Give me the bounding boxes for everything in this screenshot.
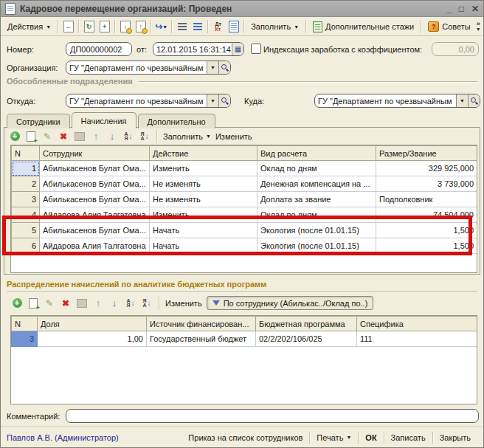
print-button[interactable]: Печать ▼: [310, 427, 358, 447]
row-n-cell[interactable]: 3: [12, 331, 38, 347]
sort-desc-button[interactable]: ЯА↓: [141, 297, 153, 309]
to-input[interactable]: ГУ "Департамент по чрезвычайным ▼: [314, 94, 480, 108]
reread-button[interactable]: ←: [61, 20, 75, 34]
calc-type-cell[interactable]: Доплата за звание: [257, 192, 376, 207]
post-document-button[interactable]: ↓: [118, 20, 132, 34]
specifics-cell[interactable]: 111: [357, 331, 477, 347]
minimize-button[interactable]: _: [446, 4, 452, 14]
actions-button[interactable]: Действия ▼: [4, 21, 55, 32]
row-n-cell[interactable]: 1: [12, 161, 40, 176]
move-down-button[interactable]: ↓: [106, 131, 118, 142]
employee-cell[interactable]: Айдарова Алия Талгатовна: [40, 238, 150, 254]
program-cell[interactable]: 02/2/202/106/025: [256, 331, 357, 347]
column-header-n[interactable]: N: [12, 317, 38, 331]
calc-type-cell[interactable]: Экология (после 01.01.15): [257, 223, 376, 238]
sort-asc-button[interactable]: АЯ↓: [122, 131, 134, 142]
row-n-cell[interactable]: 2: [12, 176, 40, 192]
employee-cell[interactable]: Айдарова Алия Талгатовна: [40, 207, 150, 223]
action-cell[interactable]: Изменить: [150, 161, 257, 176]
calc-type-cell[interactable]: Экология (после 01.01.15): [257, 238, 376, 254]
amount-cell[interactable]: 3 739,000: [376, 176, 477, 192]
employee-cell[interactable]: Абилькасенов Булат Ома...: [40, 223, 150, 238]
amount-cell[interactable]: 329 925,000: [376, 161, 477, 176]
column-header-source[interactable]: Источник финансирован...: [147, 317, 256, 331]
from-input[interactable]: ГУ "Департамент по чрезвычайным ▼: [66, 94, 231, 108]
sort-asc-button[interactable]: АЯ↓: [125, 297, 136, 309]
dropdown-button[interactable]: ▼: [456, 94, 468, 107]
column-header-employee[interactable]: Сотрудник: [40, 146, 150, 161]
refresh-button[interactable]: ↻: [82, 20, 96, 34]
save-button[interactable]: Записать: [384, 427, 432, 447]
delete-row-button[interactable]: ✖: [60, 297, 72, 309]
dropdown-button[interactable]: ▼: [207, 61, 218, 74]
amount-cell[interactable]: 74 504,000: [376, 207, 477, 223]
column-header-calc-type[interactable]: Вид расчета: [257, 146, 376, 161]
calc-type-cell[interactable]: Оклад по дням: [257, 207, 376, 223]
unpost-document-button[interactable]: ↑: [134, 20, 148, 34]
maximize-button[interactable]: □: [459, 4, 464, 14]
tab-employees[interactable]: Сотрудники: [7, 114, 70, 128]
move-down-button[interactable]: ↓: [108, 297, 120, 309]
filter-by-employee-toggle[interactable]: По сотруднику (Абилькас../Оклад по..): [207, 296, 374, 310]
action-cell[interactable]: Не изменять: [150, 176, 257, 192]
amount-cell[interactable]: 1,500: [376, 238, 477, 254]
calc-type-cell[interactable]: Оклад по дням: [257, 161, 376, 176]
action-cell[interactable]: Начать: [150, 223, 257, 238]
row-n-cell[interactable]: 4: [12, 207, 40, 223]
row-n-cell[interactable]: 5: [12, 223, 40, 238]
lookup-button[interactable]: [218, 94, 230, 107]
row-n-cell[interactable]: 3: [12, 192, 40, 207]
action-cell[interactable]: Начать: [150, 238, 257, 254]
column-header-specifics[interactable]: Специфика: [357, 317, 477, 331]
employee-list-order-button[interactable]: Приказ на список сотрудников: [182, 427, 309, 447]
accruals-change-button[interactable]: Изменить: [215, 132, 252, 141]
list-settings-button[interactable]: [190, 20, 204, 34]
tab-additional[interactable]: Дополнительно: [138, 114, 215, 128]
ok-button[interactable]: ОК: [359, 427, 383, 447]
column-header-amount[interactable]: Размер/Звание: [376, 146, 477, 161]
share-cell[interactable]: 1,00: [38, 331, 147, 347]
edit-row-button[interactable]: ✎: [41, 131, 53, 142]
copy-row-button[interactable]: [27, 297, 39, 309]
structure-button[interactable]: [175, 20, 189, 34]
amount-cell[interactable]: 1,500: [376, 223, 477, 238]
organization-input[interactable]: ГУ "Департамент по чрезвычайным ▼: [66, 61, 231, 75]
row-n-cell[interactable]: 6: [12, 238, 40, 254]
employee-cell[interactable]: Абилькасенов Булат Ома...: [40, 192, 150, 207]
column-header-program[interactable]: Бюджетная программа: [256, 317, 357, 331]
column-header-action[interactable]: Действие: [150, 146, 257, 161]
toolbar-overflow-button[interactable]: »▼: [476, 21, 483, 32]
add-row-button[interactable]: +: [11, 297, 23, 309]
action-cell[interactable]: Изменить: [150, 207, 257, 223]
journal-button[interactable]: [227, 20, 241, 34]
close-window-button[interactable]: Закрыть: [433, 427, 477, 447]
lookup-button[interactable]: [218, 61, 230, 74]
delete-row-button[interactable]: ✖: [58, 131, 69, 142]
debit-credit-button[interactable]: ДтКт: [211, 20, 225, 34]
employee-cell[interactable]: Абилькасенов Булат Ома...: [40, 176, 150, 192]
employee-cell[interactable]: Абилькасенов Булат Ома...: [40, 161, 150, 176]
tips-button[interactable]: ? Советы: [424, 20, 474, 33]
indexation-checkbox[interactable]: [251, 44, 261, 54]
end-edit-button[interactable]: [74, 131, 86, 142]
number-input[interactable]: ДП000000002: [66, 42, 132, 56]
close-button[interactable]: ✕: [471, 4, 479, 14]
fill-button[interactable]: Заполнить ▼: [247, 21, 302, 32]
move-up-button[interactable]: ↑: [92, 297, 104, 309]
tab-accruals[interactable]: Начисления: [72, 112, 136, 128]
lookup-button[interactable]: [468, 94, 480, 107]
additional-experience-button[interactable]: Дополнительные стажи: [309, 20, 418, 34]
add-row-button[interactable]: +: [9, 131, 21, 142]
column-header-n[interactable]: N: [12, 146, 40, 161]
amount-cell[interactable]: Подполковник: [376, 192, 477, 207]
calendar-button[interactable]: ▦: [232, 43, 243, 55]
action-cell[interactable]: Не изменять: [150, 192, 257, 207]
copy-button[interactable]: +: [97, 20, 111, 34]
move-up-button[interactable]: ↑: [90, 131, 102, 142]
distribution-change-button[interactable]: Изменить: [165, 299, 202, 308]
calc-type-cell[interactable]: Денежная компенсация на ...: [257, 176, 376, 192]
source-cell[interactable]: Государственный бюджет: [147, 331, 256, 347]
end-edit-button[interactable]: [76, 297, 88, 309]
copy-row-button[interactable]: [25, 131, 37, 142]
dropdown-button[interactable]: ▼: [207, 94, 218, 107]
